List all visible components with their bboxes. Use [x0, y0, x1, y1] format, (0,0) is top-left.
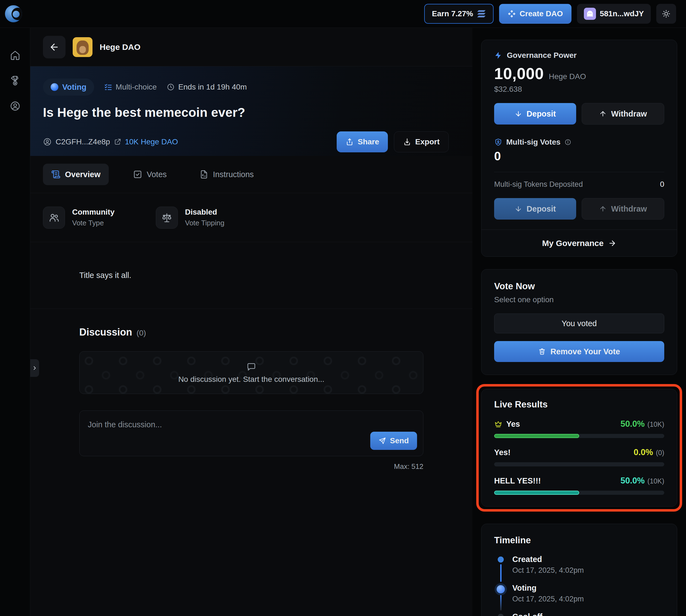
withdraw-label: Withdraw [611, 109, 647, 118]
result-row-hellyes: HELL YES!!! 50.0% (10K) [494, 476, 664, 495]
governance-power-header: Governance Power [494, 51, 664, 60]
left-nav-rail [0, 27, 30, 616]
multi-choice-icon [104, 83, 112, 91]
tab-votes-label: Votes [147, 170, 167, 179]
timeline-event-date: Oct 17, 2025, 4:02pm [512, 595, 584, 603]
arrow-right-icon [608, 239, 616, 247]
proposal-type: Multi-choice [104, 83, 157, 91]
timeline-dot-active [497, 585, 505, 593]
timeline-card: Timeline Created Oct 17, 2025, 4:02pm Vo… [481, 524, 677, 616]
vote-type-value: Community [72, 208, 115, 217]
status-label: Voting [62, 83, 87, 92]
discussion-input[interactable]: Join the discussion... Send [79, 411, 424, 456]
proposal-hero: Voting Multi-choice Ends in 1d 19h 40m [30, 66, 472, 156]
timeline-event-label: Cool off [512, 612, 584, 616]
multisig-tokens-label: Multi-sig Tokens Deposited [494, 180, 583, 189]
tab-instructions[interactable]: Instructions [191, 163, 262, 185]
result-label: HELL YES!!! [494, 476, 541, 485]
send-plane-icon [379, 437, 386, 445]
remove-vote-label: Remove Your Vote [550, 347, 620, 356]
tab-overview[interactable]: Overview [43, 163, 109, 185]
download-icon [403, 138, 411, 146]
send-button[interactable]: Send [370, 432, 417, 450]
vote-now-card: Vote Now Select one option You voted Rem… [481, 269, 677, 375]
wallet-button[interactable]: 581n...wdJY [577, 4, 651, 24]
share-icon [345, 138, 354, 146]
multisig-tokens-value: 0 [660, 180, 664, 189]
result-percent: 50.0% [620, 476, 645, 486]
result-label: Yes! [494, 448, 511, 457]
rewards-medal-icon[interactable] [9, 75, 21, 86]
result-row-yes: Yes 50.0% (10K) [494, 419, 664, 438]
external-link-icon[interactable] [114, 138, 121, 146]
timeline-event-voting: Voting Oct 17, 2025, 4:02pm [494, 584, 664, 612]
profile-icon[interactable] [9, 101, 21, 112]
timeline-event-date: Oct 17, 2025, 4:02pm [512, 566, 584, 575]
file-code-icon [199, 170, 209, 179]
create-dao-icon [508, 9, 516, 18]
governance-power-label: Governance Power [507, 51, 577, 60]
result-percent: 50.0% [620, 419, 645, 429]
back-button[interactable] [43, 36, 66, 59]
multisig-deposit-button[interactable]: Deposit [494, 198, 576, 220]
arrow-down-icon [514, 205, 522, 213]
deposit-button[interactable]: Deposit [494, 103, 576, 125]
status-dot-icon [51, 83, 59, 91]
result-progress-track [494, 434, 664, 438]
timeline-event-created: Created Oct 17, 2025, 4:02pm [494, 555, 664, 584]
arrow-down-icon [514, 110, 522, 118]
trash-icon [538, 348, 546, 355]
vote-now-title: Vote Now [494, 281, 664, 291]
multisig-votes-label: Multi-sig Votes [506, 138, 561, 147]
arrow-up-icon [599, 110, 607, 118]
breadcrumb: Hege DAO [30, 28, 472, 66]
discussion-placeholder: Join the discussion... [88, 420, 415, 429]
governance-amount: 10,000 [494, 64, 544, 83]
export-label: Export [415, 137, 440, 146]
tab-votes[interactable]: Votes [125, 163, 175, 185]
timeline-title: Timeline [494, 535, 664, 546]
multisig-withdraw-button[interactable]: Withdraw [582, 198, 664, 220]
check-square-icon [133, 170, 142, 179]
result-votes: (0) [656, 449, 664, 457]
hero-actions: Share Export [337, 131, 449, 152]
multisig-votes-value: 0 [494, 149, 664, 163]
proposal-countdown: Ends in 1d 19h 40m [166, 83, 247, 91]
create-dao-button[interactable]: Create DAO [499, 4, 571, 24]
theme-toggle-button[interactable] [656, 4, 676, 24]
main-content: Hege DAO Voting Multi-choice [30, 27, 472, 616]
share-button[interactable]: Share [337, 131, 388, 152]
info-icon[interactable] [564, 138, 571, 146]
earn-button[interactable]: Earn 7.27% [424, 4, 493, 24]
timeline-event-label: Voting [512, 584, 584, 593]
sidebar-expander[interactable] [30, 359, 39, 377]
discussion-empty-text: No discussion yet. Start the conversatio… [178, 375, 324, 384]
clock-icon [166, 83, 175, 91]
proposal-settings-row: Community Vote Type Disabled Vote Tippin… [30, 193, 472, 242]
remove-vote-button[interactable]: Remove Your Vote [494, 341, 664, 362]
result-percent: 0.0% [634, 447, 653, 457]
author-address[interactable]: C2GFH...Z4e8p [55, 137, 110, 146]
discussion-title: Discussion [79, 327, 132, 338]
dao-avatar[interactable] [73, 37, 92, 57]
multisig-votes-header: Multi-sig Votes [494, 138, 664, 147]
author-power-link[interactable]: 10K Hege DAO [125, 137, 178, 146]
home-icon[interactable] [9, 50, 21, 61]
app-logo-icon[interactable] [5, 5, 22, 22]
vote-tipping-value: Disabled [185, 208, 224, 217]
proposal-meta-row: Voting Multi-choice Ends in 1d 19h 40m [43, 79, 449, 95]
create-dao-label: Create DAO [520, 9, 563, 18]
send-label: Send [390, 436, 409, 445]
proposal-description: Title says it all. [30, 242, 472, 309]
phantom-wallet-icon [584, 8, 596, 20]
proposal-title: Is Hege the best memecoin ever? [43, 105, 449, 120]
result-progress-fill [494, 434, 579, 438]
withdraw-button[interactable]: Withdraw [582, 103, 664, 125]
my-governance-link[interactable]: My Governance [481, 229, 677, 257]
result-progress-track [494, 491, 664, 495]
vote-tipping-label: Vote Tipping [185, 219, 224, 227]
export-button[interactable]: Export [394, 131, 449, 152]
tab-bar: Overview Votes Instructions [30, 156, 472, 193]
timeline-event-label: Created [512, 555, 584, 564]
result-row-yes2: Yes! 0.0% (0) [494, 447, 664, 466]
